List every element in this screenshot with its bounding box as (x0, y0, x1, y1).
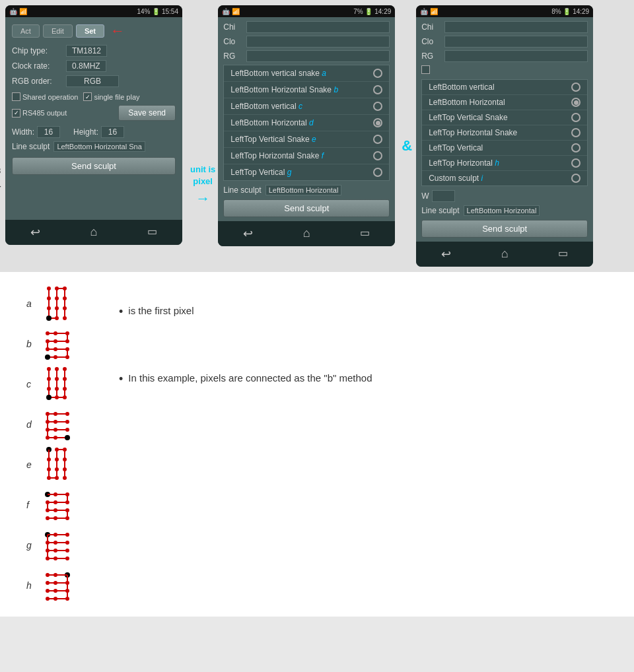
dropdown3-item-3[interactable]: LeftTop Vertical Snake (422, 110, 587, 125)
svg-point-8 (47, 286, 51, 290)
checkbox-single-file[interactable]: ✓ (83, 92, 92, 101)
checkbox-shared-op[interactable] (12, 92, 20, 101)
bottom-section: a (0, 272, 634, 617)
radio3-5[interactable] (571, 143, 581, 152)
svg-point-5 (46, 316, 52, 321)
dropdown3-item-1[interactable]: LeftBottom vertical (422, 80, 587, 95)
dropdown3-item-i[interactable]: Custom sculpt i (422, 171, 587, 185)
phone3-sculpt-value: LeftBottom Horizontal (464, 205, 540, 216)
phone3-checkbox[interactable] (421, 65, 430, 74)
send-sculpt-button[interactable]: Send sculpt (12, 157, 176, 175)
phone3-clock-partial: Clo (421, 36, 588, 48)
nav2-home-icon[interactable]: ⌂ (303, 226, 310, 241)
height-input[interactable] (101, 126, 124, 138)
svg-point-80 (55, 467, 59, 471)
single-file-checkbox[interactable]: ✓ single file play (83, 92, 139, 101)
svg-point-16 (63, 286, 67, 290)
svg-point-28 (53, 347, 57, 351)
phone2-rgb-partial: RG (223, 50, 390, 62)
width-input[interactable] (37, 126, 60, 138)
bullet-1-icon: • (119, 305, 123, 319)
right-arrow-icon: → (195, 190, 210, 207)
svg-point-132 (53, 581, 57, 585)
radio-f[interactable] (373, 151, 382, 160)
dropdown3-item-h[interactable]: LeftTop Horizontal h (422, 156, 587, 171)
svg-point-35 (65, 331, 69, 335)
nav3-back-icon[interactable]: ↩ (441, 247, 451, 261)
svg-point-7 (47, 296, 51, 300)
radio-b[interactable] (373, 85, 382, 94)
dropdown-item-g[interactable]: LeftTop Vertical g (224, 164, 389, 180)
rs485-checkbox[interactable]: ✓ RS485 output (12, 109, 67, 118)
dropdown-item-d[interactable]: LeftBottom Horizontal d (224, 115, 389, 131)
single-file-label: single file play (94, 93, 139, 101)
dropdown3-item-2[interactable]: LeftBottom Horizontal (422, 95, 587, 110)
svg-point-58 (65, 435, 70, 440)
phone2-sculpt-row: Line sculpt LeftBottom Horizontal (223, 185, 390, 195)
svg-point-51 (63, 377, 67, 381)
radio3-2[interactable] (571, 98, 581, 107)
phone3-sculpt-row: Line sculpt LeftBottom Horizontal (421, 205, 588, 216)
phone2-send-sculpt[interactable]: Send sculpt (223, 199, 390, 217)
diagram-f-label: f (26, 500, 36, 510)
svg-point-115 (53, 541, 57, 545)
dropdown-item-b[interactable]: LeftBottom Horizontal Snake b (224, 82, 389, 98)
red-arrow-icon: ← (110, 22, 125, 40)
svg-point-67 (65, 412, 69, 416)
svg-point-27 (46, 347, 50, 351)
line-sculpt-row: Line sculpt LeftBottom Horizontal Sna (12, 141, 176, 152)
dropdown-item-e[interactable]: LeftTop Vertical Snake e (224, 131, 389, 148)
dropdown-item-a[interactable]: LeftBottom vertical snake a (224, 65, 389, 82)
phone3-navbar: ↩ ⌂ ▭ (416, 242, 593, 267)
diagram-h-row: h (26, 567, 99, 603)
tab-act[interactable]: Act (12, 24, 40, 38)
svg-point-13 (63, 316, 67, 320)
radio3-4[interactable] (571, 128, 581, 137)
dropdown-item-f[interactable]: LeftTop Horizontal Snake f (224, 148, 389, 164)
phone3-chip-partial: Chi (421, 21, 588, 33)
dropdown3-item-5[interactable]: LeftTop Vertical (422, 141, 587, 156)
checkbox-rs485[interactable]: ✓ (12, 109, 20, 118)
save-send-button[interactable]: Save send (118, 105, 176, 121)
rs485-label: RS485 output (22, 109, 67, 117)
svg-point-135 (53, 589, 57, 593)
nav3-recent-icon[interactable]: ▭ (558, 247, 568, 261)
radio-a[interactable] (373, 69, 382, 78)
radio-g[interactable] (373, 168, 382, 177)
notes-section: • is the first pixel • In this example, … (119, 285, 608, 603)
tab-set[interactable]: Set (76, 24, 104, 38)
radio-c[interactable] (373, 102, 382, 111)
svg-point-11 (55, 296, 59, 300)
nav-home-icon[interactable]: ⌂ (90, 225, 98, 240)
width-label: Width: (12, 127, 34, 137)
radio3-h[interactable] (571, 158, 581, 168)
radio3-i[interactable] (571, 174, 581, 183)
chip-type-label: Chip type: (12, 46, 66, 55)
svg-point-86 (63, 448, 67, 452)
nav3-home-icon[interactable]: ⌂ (501, 247, 509, 261)
diagram-g-svg (42, 527, 75, 563)
status3-left: 🤖 📶 (420, 8, 438, 15)
dropdown-item-c[interactable]: LeftBottom vertical c (224, 98, 389, 115)
radio-e[interactable] (373, 135, 382, 144)
shared-op-checkbox[interactable]: Shared operation (12, 92, 78, 101)
phone3-send-sculpt[interactable]: Send sculpt (421, 220, 588, 238)
nav-recent-icon[interactable]: ▭ (147, 225, 157, 240)
svg-point-68 (53, 412, 57, 416)
radio-d[interactable] (373, 118, 382, 127)
line-sculpt-value: LeftBottom Horizontal Sna (53, 141, 145, 152)
clock-rate-value: 0.8MHZ (66, 60, 106, 72)
svg-point-118 (53, 549, 57, 553)
nav-back-icon[interactable]: ↩ (30, 225, 40, 240)
tab-edit[interactable]: Edit (43, 24, 73, 38)
svg-point-129 (46, 573, 50, 577)
radio3-1[interactable] (571, 83, 581, 92)
nav2-back-icon[interactable]: ↩ (243, 226, 253, 241)
phone3-dropdown: LeftBottom vertical LeftBottom Horizonta… (421, 79, 588, 186)
row-numbers: 3 4 (0, 164, 1, 193)
phone2: 🤖 📶 7% 🔋 14:29 Chi Clo RG (218, 5, 395, 246)
dropdown3-item-4[interactable]: LeftTop Horizontal Snake (422, 125, 587, 141)
nav2-recent-icon[interactable]: ▭ (360, 226, 370, 241)
svg-point-138 (53, 597, 57, 601)
radio3-3[interactable] (571, 113, 581, 122)
